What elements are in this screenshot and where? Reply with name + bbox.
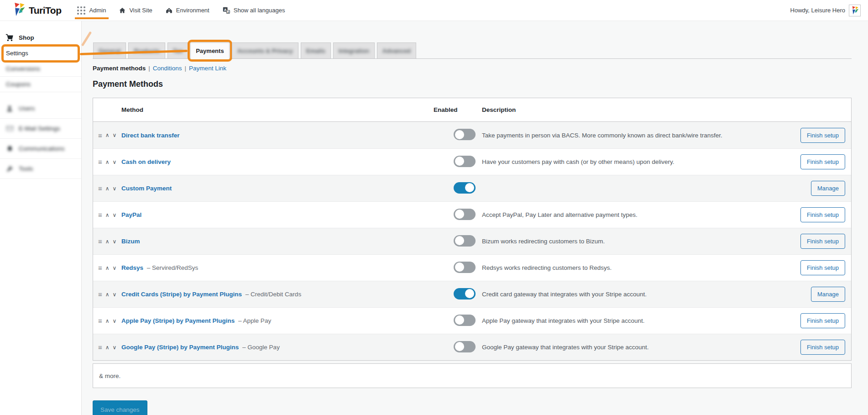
toggle-knob: [465, 289, 474, 298]
payment-method-row: ≡ ∧ ∨ Bizum Bizum works redirecting cust…: [93, 228, 851, 254]
enabled-toggle[interactable]: [454, 315, 476, 326]
tab-tax[interactable]: Tax: [167, 42, 188, 58]
finish-setup-button[interactable]: Finish setup: [800, 340, 845, 355]
enabled-toggle[interactable]: [454, 182, 476, 194]
drag-handle-icon[interactable]: ≡: [98, 131, 102, 139]
finish-setup-button[interactable]: Finish setup: [800, 234, 845, 249]
brand-name: TuriTop: [29, 5, 62, 16]
enabled-toggle[interactable]: [454, 235, 476, 247]
sidebar-item-settings[interactable]: Settings: [0, 46, 81, 61]
admin-bar-item-show-all-languages[interactable]: Aa Show all languages: [222, 0, 285, 21]
drag-handle-icon[interactable]: ≡: [98, 290, 102, 298]
move-up-icon[interactable]: ∧: [105, 159, 110, 165]
drag-handle-icon[interactable]: ≡: [98, 158, 102, 166]
tab-payments[interactable]: Payments: [190, 42, 229, 59]
tab-integration[interactable]: Integration: [333, 42, 375, 58]
drag-handle-icon[interactable]: ≡: [98, 264, 102, 272]
move-up-icon[interactable]: ∧: [105, 345, 110, 350]
admin-bar-item-admin[interactable]: Admin: [76, 0, 106, 21]
method-link[interactable]: Google Pay (Stripe) by Payment Plugins: [121, 344, 239, 351]
finish-setup-button[interactable]: Finish setup: [800, 154, 845, 169]
manage-button[interactable]: Manage: [811, 287, 845, 302]
method-link[interactable]: Bizum: [121, 238, 140, 245]
drag-handle-icon[interactable]: ≡: [98, 237, 102, 245]
move-up-icon[interactable]: ∧: [105, 132, 110, 138]
main-content: General Products Tax Payments Accounts &…: [82, 21, 868, 415]
move-down-icon[interactable]: ∨: [113, 292, 117, 297]
sidebar-item-conversions[interactable]: Conversions: [0, 61, 81, 77]
move-down-icon[interactable]: ∨: [113, 186, 117, 191]
tab-emails[interactable]: Emails: [301, 42, 331, 58]
move-up-icon[interactable]: ∧: [105, 292, 110, 297]
move-down-icon[interactable]: ∨: [113, 318, 117, 324]
enabled-toggle[interactable]: [454, 209, 476, 220]
finish-setup-button[interactable]: Finish setup: [800, 207, 845, 222]
method-description: Bizum works redirecting customers to Biz…: [482, 238, 743, 245]
manage-button[interactable]: Manage: [811, 181, 845, 196]
move-down-icon[interactable]: ∨: [113, 265, 117, 271]
move-up-icon[interactable]: ∧: [105, 239, 110, 244]
tab-accounts-privacy[interactable]: Accounts & Privacy: [232, 42, 298, 58]
drag-handle-icon[interactable]: ≡: [98, 184, 102, 192]
sidebar-item-users[interactable]: Users: [0, 99, 81, 119]
admin-bar-item-environment[interactable]: Environment: [165, 0, 209, 21]
avatar[interactable]: [849, 5, 861, 16]
move-up-icon[interactable]: ∧: [105, 212, 110, 218]
sidebar-item-coupons[interactable]: Coupons: [0, 77, 81, 92]
method-link[interactable]: Apple Pay (Stripe) by Payment Plugins: [121, 317, 235, 324]
wrench-icon: [5, 165, 14, 173]
sidebar-item-communications[interactable]: Communications: [0, 139, 81, 159]
sidebar-item-shop[interactable]: Shop: [0, 29, 81, 46]
enabled-toggle[interactable]: [454, 156, 476, 167]
sidebar: Shop Settings Conversions Coupons Users …: [0, 21, 82, 415]
subnav-separator: |: [185, 65, 187, 72]
tab-advanced[interactable]: Advanced: [377, 42, 416, 58]
method-link[interactable]: Cash on delivery: [121, 158, 171, 165]
move-down-icon[interactable]: ∨: [113, 132, 117, 138]
tab-general[interactable]: General: [93, 42, 126, 58]
tab-products[interactable]: Products: [128, 42, 165, 58]
method-link[interactable]: Custom Payment: [121, 185, 172, 192]
payment-method-row: ≡ ∧ ∨ Custom Payment Manage: [93, 175, 851, 201]
brand-logo[interactable]: TuriTop: [12, 2, 62, 18]
toggle-knob: [455, 130, 464, 139]
enabled-toggle[interactable]: [454, 129, 476, 140]
enabled-toggle[interactable]: [454, 262, 476, 273]
finish-setup-button[interactable]: Finish setup: [800, 128, 845, 143]
subnav-current[interactable]: Payment methods: [93, 65, 146, 72]
method-link[interactable]: Credit Cards (Stripe) by Payment Plugins: [121, 291, 242, 298]
move-down-icon[interactable]: ∨: [113, 159, 117, 165]
column-header-method: Method: [121, 106, 431, 113]
sidebar-item-tools[interactable]: Tools: [0, 159, 81, 179]
payment-method-row: ≡ ∧ ∨ Direct bank transfer Take payments…: [93, 122, 851, 148]
svg-text:A: A: [224, 8, 226, 12]
cart-icon: [5, 33, 14, 42]
subnav-link-conditions[interactable]: Conditions: [153, 65, 182, 72]
more-methods-note: & more.: [93, 363, 852, 388]
save-changes-button[interactable]: Save changes: [93, 400, 147, 415]
method-link[interactable]: PayPal: [121, 211, 141, 218]
move-up-icon[interactable]: ∧: [105, 318, 110, 324]
admin-bar-item-visit-site[interactable]: Visit Site: [119, 0, 152, 21]
finish-setup-button[interactable]: Finish setup: [800, 313, 845, 328]
enabled-toggle[interactable]: [454, 341, 476, 352]
method-link[interactable]: Redsys: [121, 264, 143, 271]
move-down-icon[interactable]: ∨: [113, 212, 117, 218]
move-up-icon[interactable]: ∧: [105, 265, 110, 271]
move-down-icon[interactable]: ∨: [113, 239, 117, 244]
enabled-toggle[interactable]: [454, 288, 476, 299]
drag-handle-icon[interactable]: ≡: [98, 317, 102, 325]
method-suffix: – Servired/RedSys: [147, 264, 199, 271]
finish-setup-button[interactable]: Finish setup: [800, 260, 845, 275]
sidebar-item-e-mail-settings[interactable]: E-Mail Settings: [0, 119, 81, 139]
move-down-icon[interactable]: ∨: [113, 345, 117, 350]
howdy-greeting[interactable]: Howdy, Leisure Hero: [790, 7, 845, 14]
method-link[interactable]: Direct bank transfer: [121, 132, 180, 139]
drag-handle-icon[interactable]: ≡: [98, 343, 102, 351]
subnav-link-payment-link[interactable]: Payment Link: [189, 65, 226, 72]
drag-handle-icon[interactable]: ≡: [98, 211, 102, 219]
method-description: Apple Pay gateway that integrates with y…: [482, 317, 743, 324]
page-title: Payment Methods: [93, 79, 852, 89]
method-suffix: – Apple Pay: [238, 317, 271, 324]
move-up-icon[interactable]: ∧: [105, 186, 110, 191]
